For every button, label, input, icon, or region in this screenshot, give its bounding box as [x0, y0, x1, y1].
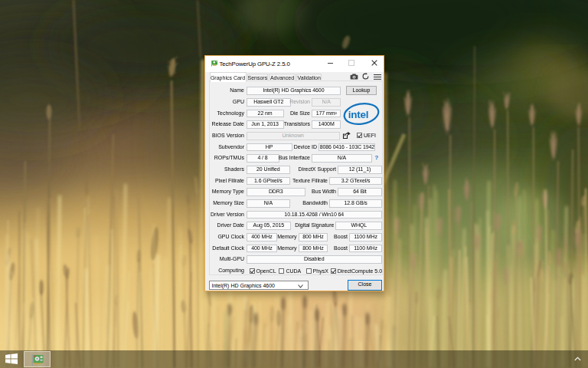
svg-text:intel: intel [348, 108, 369, 120]
